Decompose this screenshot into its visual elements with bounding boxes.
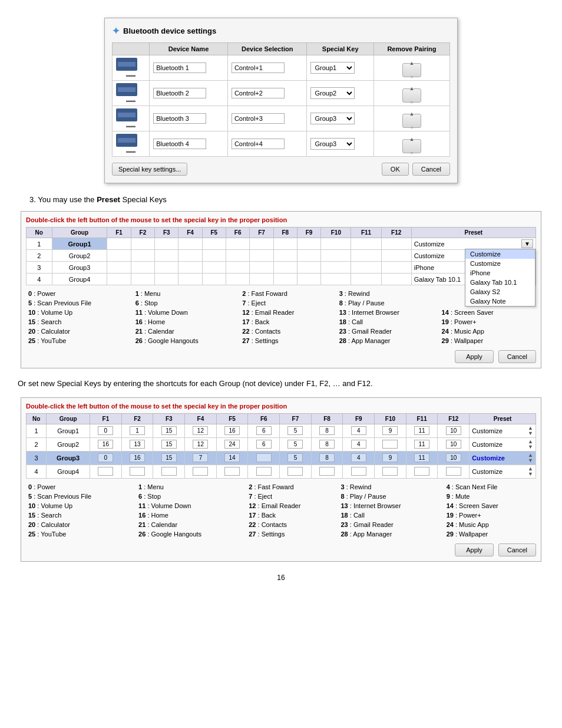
f6-input-g4[interactable] [256,467,272,476]
f7-input-g4[interactable] [287,467,303,476]
f5-input-g4[interactable] [224,467,240,476]
f2-input-g4[interactable] [130,467,145,476]
th-f7: F7 [250,228,273,238]
f10-input-g1[interactable] [382,426,398,435]
preset-option-customize1[interactable]: Customize [465,249,535,259]
f4-input-g3[interactable] [193,453,208,462]
f7-input-g2[interactable] [287,440,303,449]
preset-option-galaxynote[interactable]: Galaxy Note [465,297,535,306]
panel1-apply-button[interactable]: Apply [455,350,494,363]
device-selection-input-0[interactable] [232,62,285,73]
f5-input-g1[interactable] [224,426,240,435]
device-selection-input-3[interactable] [232,139,285,149]
f9-input-g4[interactable] [351,467,366,476]
f9-input-g1[interactable] [351,426,366,435]
cancel-button[interactable]: Cancel [412,163,450,176]
device-name-input-2[interactable] [153,113,206,124]
device-selection-input-1[interactable] [232,88,285,98]
table-row: ▬▬ Group3 Group1Group2Group3Group4 ▲○ [113,131,450,157]
f12-input-g1[interactable] [446,426,461,435]
preset-instruction-2: Double-click the left button of the mous… [26,403,536,410]
device-selection-input-2[interactable] [232,113,285,124]
th-f5: F5 [202,228,226,238]
f11-input-g1[interactable] [414,426,429,435]
f5-input-g2[interactable] [224,440,240,449]
preset-option-customize2[interactable]: Customize [465,259,535,268]
f8-input-g2[interactable] [319,440,335,449]
section3-prefix: 3. You may use the [29,195,97,204]
preset-option-iphone[interactable]: iPhone [465,268,535,278]
f9-input-g2[interactable] [351,440,366,449]
table-row: 4 Group4 Customize ▲▼ [27,465,536,478]
th2-f9: F9 [343,413,375,424]
preset-stepper-g4[interactable]: ▲▼ [528,466,533,477]
f5-input-g3[interactable] [224,453,240,462]
device-group-select-2[interactable]: Group3 Group1Group2Group3Group4 [310,113,355,124]
f3-input-g2[interactable] [161,440,177,449]
device-group-select-1[interactable]: Group2 Group1Group2Group3Group4 [310,87,355,99]
preset-option-galaxytab[interactable]: Galaxy Tab 10.1 [465,278,535,287]
f11-input-g4[interactable] [414,467,429,476]
f1-input-g2[interactable] [98,440,113,449]
between-text: Or set new Special Keys by entering the … [18,378,544,390]
preset-stepper-g3[interactable]: ▲▼ [528,453,533,463]
f4-input-g1[interactable] [193,426,208,435]
f11-input-g3[interactable] [414,453,429,462]
f9-input-g3[interactable] [351,453,366,462]
f7-input-g1[interactable] [287,426,303,435]
preset-dropdown-btn-1[interactable]: ▼ [521,239,533,248]
f6-input-g2[interactable] [256,440,272,449]
th2-group: Group [47,413,90,424]
f8-input-g3[interactable] [319,453,335,462]
f10-input-g2[interactable] [382,440,398,449]
f10-input-g3[interactable] [382,453,398,462]
f6-input-g3[interactable] [256,453,272,462]
device-group-select-0[interactable]: Group1 Group1Group2Group3Group4 [310,62,355,74]
remove-pairing-btn-0[interactable]: ▲○ [402,63,421,77]
legend-table-2: 0 : Power 1 : Menu 2 : Fast Foward 3 : R… [26,482,536,539]
preset-stepper-g1[interactable]: ▲▼ [528,426,533,436]
th2-f7: F7 [280,413,312,424]
f11-input-g2[interactable] [414,440,429,449]
device-name-input-1[interactable] [153,88,206,98]
remove-pairing-btn-2[interactable]: ▲○ [402,114,421,128]
f3-input-g1[interactable] [161,426,177,435]
panel2-apply-button[interactable]: Apply [455,543,494,556]
ok-button[interactable]: OK [382,163,409,176]
f12-input-g2[interactable] [446,440,461,449]
f10-input-g4[interactable] [382,467,398,476]
f8-input-g1[interactable] [319,426,335,435]
device-name-input-0[interactable] [153,62,206,73]
f2-input-g1[interactable] [130,426,145,435]
f4-input-g2[interactable] [193,440,208,449]
preset-popup-1: Customize Customize iPhone Galaxy Tab 10… [465,249,535,307]
bt-col-device-name: Device Name [150,43,228,55]
f8-input-g4[interactable] [319,467,335,476]
preset-stepper-g2[interactable]: ▲▼ [528,439,533,450]
th-f12: F12 [381,228,411,238]
f12-input-g4[interactable] [446,467,461,476]
th2-f5: F5 [216,413,248,424]
special-key-settings-button[interactable]: Special key settings... [112,163,187,176]
th-f1: F1 [107,228,131,238]
f7-input-g3[interactable] [287,453,303,462]
remove-pairing-btn-1[interactable]: ▲○ [402,88,421,103]
f12-input-g3[interactable] [446,453,461,462]
remove-pairing-btn-3[interactable]: ▲○ [402,139,421,153]
panel2-cancel-button[interactable]: Cancel [498,543,536,556]
f1-input-g3[interactable] [98,453,113,462]
f1-input-g4[interactable] [98,467,113,476]
f4-input-g4[interactable] [193,467,208,476]
panel1-cancel-button[interactable]: Cancel [498,350,536,363]
f2-input-g3[interactable] [130,453,145,462]
f2-input-g2[interactable] [130,440,145,449]
table-row: 0 : Power 1 : Menu 2 : Fast Foward 3 : R… [26,289,536,298]
table-row: 0 : Power 1 : Menu 2 : Fast Foward 3 : R… [26,482,536,492]
preset-option-galaxys2[interactable]: Galaxy S2 [465,287,535,297]
f3-input-g4[interactable] [161,467,177,476]
f3-input-g3[interactable] [161,453,177,462]
f6-input-g1[interactable] [256,426,272,435]
f1-input-g1[interactable] [98,426,113,435]
device-name-input-3[interactable] [153,139,206,149]
device-group-select-3[interactable]: Group3 Group1Group2Group3Group4 [310,138,355,150]
